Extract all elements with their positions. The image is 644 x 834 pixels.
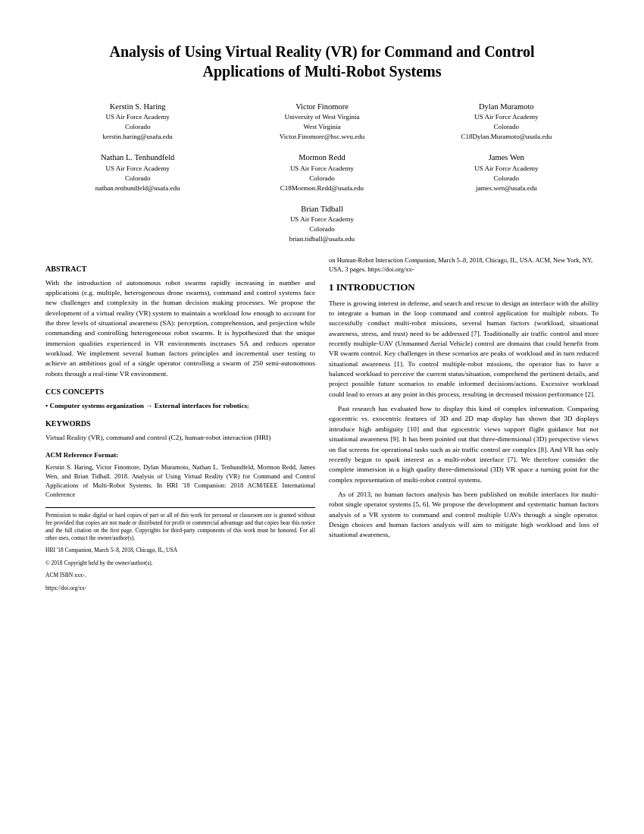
keywords-heading: KEYWORDS (45, 419, 315, 430)
author-kerstin: Kerstin S. Haring US Air Force Academy C… (45, 98, 230, 145)
two-column-layout: ABSTRACT With the introduction of autono… (45, 256, 599, 597)
right-top-note: on Human-Robot Interaction Companion, Ma… (329, 256, 599, 274)
authors-row3: Brian Tidball US Air Force Academy Color… (45, 200, 599, 247)
page: Analysis of Using Virtual Reality (VR) f… (0, 0, 644, 834)
intro-para-3: As of 2013, no human factors analysis ha… (329, 490, 599, 541)
ccs-heading: CCS CONCEPTS (45, 387, 315, 398)
footnote-doi: https://doi.org/xx- (45, 585, 315, 593)
footnote-conference: HRI '18 Companion, March 5–8, 2018, Chic… (45, 547, 315, 555)
author-dylan: Dylan Muramoto US Air Force Academy Colo… (414, 98, 599, 145)
keywords-text: Virtual Reality (VR), command and contro… (45, 433, 315, 443)
footnote-permission: Permission to make digital or hard copie… (45, 512, 315, 543)
author-james: James Wen US Air Force Academy Colorado … (414, 149, 599, 196)
intro-para-2: Past research has evaluated how to displ… (329, 404, 599, 485)
footnote-copyright: © 2018 Copyright held by the owner/autho… (45, 560, 315, 568)
footnote-box: Permission to make digital or hard copie… (45, 507, 315, 593)
abstract-heading: ABSTRACT (45, 264, 315, 275)
authors-row1: Kerstin S. Haring US Air Force Academy C… (45, 98, 599, 145)
author-nathan: Nathan L. Tenhundfeld US Air Force Acade… (45, 149, 230, 196)
author-victor: Victor Finomore University of West Virgi… (230, 98, 414, 145)
ccs-text: • Computer systems organization → Extern… (45, 401, 315, 412)
paper-title: Analysis of Using Virtual Reality (VR) f… (45, 42, 599, 81)
ccs-bold: • Computer systems organization → Extern… (45, 402, 247, 409)
author-mormon: Mormon Redd US Air Force Academy Colorad… (230, 149, 414, 196)
intro-para-1: There is growing interest in defense, an… (329, 299, 599, 400)
right-column: on Human-Robot Interaction Companion, Ma… (329, 256, 599, 597)
acm-ref-text: Kerstin S. Haring, Victor Finomore, Dyla… (45, 463, 315, 500)
author-brian: Brian Tidball US Air Force Academy Color… (45, 200, 599, 247)
authors-row2: Nathan L. Tenhundfeld US Air Force Acade… (45, 149, 599, 196)
footnote-isbn: ACM ISBN xxx-. (45, 572, 315, 580)
intro-heading: 1 INTRODUCTION (329, 281, 599, 295)
title-section: Analysis of Using Virtual Reality (VR) f… (45, 42, 599, 81)
abstract-text: With the introduction of autonomous robo… (45, 278, 315, 379)
acm-ref-heading: ACM Reference Format: (45, 450, 315, 460)
left-column: ABSTRACT With the introduction of autono… (45, 256, 315, 597)
